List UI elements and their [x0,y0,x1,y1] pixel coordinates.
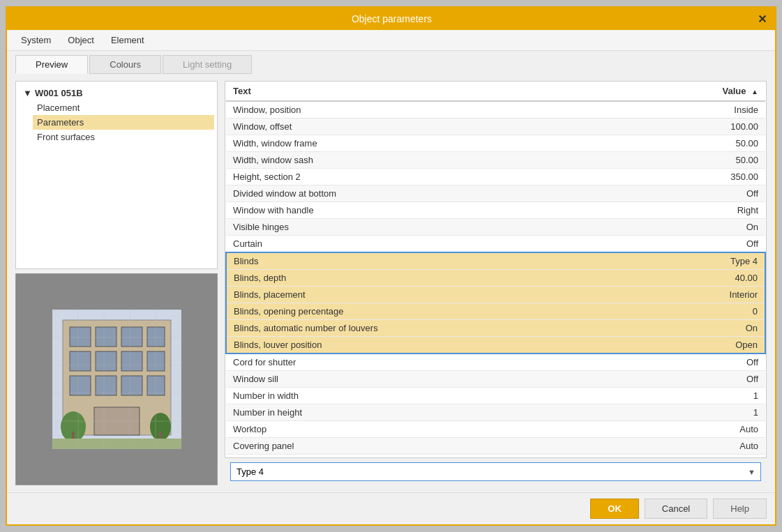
table-row[interactable]: Height, section 2350.00 [226,169,765,185]
param-text: Window with handle [226,202,636,219]
svg-rect-2 [70,327,91,347]
table-row[interactable]: Divided window at bottomOff [226,185,765,202]
param-value: 1 [636,388,765,404]
svg-rect-12 [121,376,142,395]
close-button[interactable]: ✕ [755,13,768,25]
svg-rect-11 [96,376,116,395]
table-row[interactable]: Cord for shutterOff [226,354,765,371]
table-row[interactable]: Width, window sash50.00 [226,152,765,169]
svg-rect-10 [70,376,91,395]
param-value: Auto [636,421,765,438]
param-value: Off [636,354,765,371]
param-value: Auto [636,438,765,455]
table-row[interactable]: Window, offset100.00 [226,119,765,135]
param-value: Off [636,236,765,253]
ok-button[interactable]: OK [590,499,639,519]
param-text: Window, position [226,101,636,119]
table-row[interactable]: Number in height1 [226,404,765,421]
table-row[interactable]: CurtainOff [226,236,765,253]
param-value: On [636,219,765,236]
svg-rect-4 [121,327,142,347]
param-text: Covering panel [226,438,636,455]
table-row[interactable]: Number in width1 [226,388,765,404]
svg-rect-9 [147,351,165,371]
menu-bar: System Object Element [7,30,775,51]
param-text: Blinds, depth [226,270,636,287]
param-text: Blinds, placement [226,287,636,303]
tab-preview[interactable]: Preview [15,55,88,74]
title-bar: Object parameters ✕ [7,8,775,30]
param-text: Divided window at bottom [226,185,636,202]
blinds-type-dropdown[interactable]: Type 1Type 2Type 3Type 4Type 5 [230,462,761,481]
tree-container: ▼ W001 051B Placement Parameters Front s… [15,81,218,269]
sort-arrow-icon: ▲ [751,88,758,96]
param-text: Number in height [226,404,636,421]
params-table: Text Value ▲ Window, positionInsideWindo… [225,82,766,455]
svg-rect-19 [52,439,181,449]
param-value: 100.00 [636,119,765,135]
dropdown-row: Type 1Type 2Type 3Type 4Type 5 [225,458,767,485]
dropdown-wrapper: Type 1Type 2Type 3Type 4Type 5 [230,462,761,481]
param-value: Interior [636,287,765,303]
table-row[interactable]: Blinds, louver positionOpen [226,337,765,354]
param-text: Blinds [226,252,636,270]
tree-item-label: Placement [37,102,80,113]
table-row[interactable]: Blinds, placementInterior [226,287,765,303]
param-text: Visible hinges [226,219,636,236]
col-header-text: Text [226,82,636,101]
param-text: Number in width [226,388,636,404]
param-text: Cord for shutter [226,354,636,371]
param-value: 0 [636,303,765,320]
dialog: Object parameters ✕ System Object Elemen… [6,6,776,526]
tree-expand-icon: ▼ [23,88,32,98]
tab-colours[interactable]: Colours [89,55,161,74]
tree-item-placement[interactable]: Placement [33,100,214,115]
table-row[interactable]: Window sillOff [226,371,765,388]
param-value: Off [636,371,765,388]
svg-rect-7 [96,351,116,371]
table-row[interactable]: Blinds, opening percentage0 [226,303,765,320]
param-text: Blinds, automatic number of louvers [226,320,636,337]
param-value: Inside [636,101,765,119]
tree-item-front-surfaces[interactable]: Front surfaces [33,130,214,144]
svg-rect-18 [159,432,162,439]
tree-item-label: Front surfaces [37,132,95,142]
table-row[interactable]: WorktopAuto [226,421,765,438]
footer-buttons: OK Cancel Help [7,492,775,524]
building-preview [52,310,181,449]
table-row[interactable]: Blinds, depth40.00 [226,270,765,287]
params-table-wrapper[interactable]: Text Value ▲ Window, positionInsideWindo… [225,81,767,458]
svg-rect-16 [72,432,75,439]
menu-system[interactable]: System [13,33,59,47]
param-text: Worktop [226,421,636,438]
svg-rect-3 [96,327,116,347]
table-row[interactable]: BlindsType 4 [226,252,765,270]
content-area: ▼ W001 051B Placement Parameters Front s… [7,74,775,492]
param-value: 50.00 [636,135,765,152]
col-header-value: Value ▲ [636,82,765,101]
table-row[interactable]: Visible hingesOn [226,219,765,236]
right-panel: Text Value ▲ Window, positionInsideWindo… [225,81,767,485]
table-row[interactable]: Window, positionInside [226,101,765,119]
table-row[interactable]: Covering panelAuto [226,438,765,455]
svg-rect-5 [147,327,165,347]
table-row[interactable]: Blinds, automatic number of louversOn [226,320,765,337]
param-value: 1 [636,404,765,421]
tabs-bar: Preview Colours Light setting [7,51,775,74]
tree-root[interactable]: ▼ W001 051B [19,86,214,100]
menu-element[interactable]: Element [103,33,153,47]
param-text: Width, window sash [226,152,636,169]
menu-object[interactable]: Object [59,33,103,47]
left-panel: ▼ W001 051B Placement Parameters Front s… [15,81,218,485]
param-text: Height, section 2 [226,169,636,185]
param-value: On [636,320,765,337]
table-row[interactable]: Width, window frame50.00 [226,135,765,152]
table-row[interactable]: Window with handleRight [226,202,765,219]
tab-light-setting: Light setting [163,55,252,74]
param-value: 40.00 [636,270,765,287]
param-value: Right [636,202,765,219]
help-button[interactable]: Help [713,499,767,519]
param-value: Open [636,337,765,354]
cancel-button[interactable]: Cancel [645,499,707,519]
tree-item-parameters[interactable]: Parameters [33,115,214,130]
